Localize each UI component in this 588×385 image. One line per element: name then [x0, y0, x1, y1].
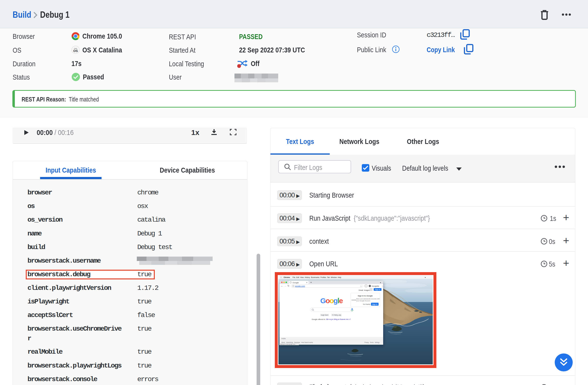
svg-text:your Google Account: your Google Account: [356, 300, 370, 302]
svg-text:No thanks: No thanks: [363, 304, 371, 305]
svg-text:▾: ▾: [380, 282, 381, 284]
svg-text:☆: ☆: [360, 285, 362, 288]
svg-text:↻: ↻: [287, 285, 289, 287]
svg-text:File Edit View History Boo: File Edit View History Bookmarks Profile…: [293, 276, 341, 278]
svg-text:Sign in: Sign in: [372, 304, 378, 305]
svg-text:OS: OS: [73, 49, 78, 53]
svg-text:Gmail: Gmail: [359, 289, 363, 291]
svg-text:→: →: [284, 284, 287, 287]
svg-text:Chrome: Chrome: [284, 276, 290, 278]
svg-text:Save your passwords securely w: Save your passwords securely with: [356, 298, 380, 300]
svg-text:Google: Google: [293, 282, 299, 284]
svg-text:⋮: ⋮: [381, 285, 383, 288]
svg-text:×: ×: [306, 281, 307, 284]
svg-text:+: +: [310, 281, 312, 284]
svg-text:←: ←: [281, 284, 283, 287]
svg-text:: : [280, 276, 282, 278]
svg-text:Google offered in:: Google offered in:: [312, 318, 326, 320]
svg-text:Images: Images: [364, 289, 370, 291]
svg-text:Google: Google: [320, 297, 343, 305]
svg-text:Google Search: Google Search: [321, 314, 329, 316]
svg-text:Sign in to Google: Sign in to Google: [358, 295, 373, 297]
svg-text:google.com: google.com: [295, 285, 305, 287]
svg-text:I'm Feeling Lucky: I'm Feeling Lucky: [332, 314, 341, 316]
svg-text:Waiting for www.google.com...: Waiting for www.google.com...: [280, 344, 296, 345]
svg-text:About Advertising Business: About Advertising Business How Search wo…: [281, 342, 313, 344]
svg-text:▸: ▸: [425, 276, 426, 278]
svg-text:India: India: [281, 337, 286, 340]
svg-text:Privacy Terms Settings: Privacy Terms Settings: [364, 342, 380, 344]
svg-text:Incognito: Incognito: [372, 285, 379, 287]
svg-text:Sign in: Sign in: [375, 289, 380, 290]
